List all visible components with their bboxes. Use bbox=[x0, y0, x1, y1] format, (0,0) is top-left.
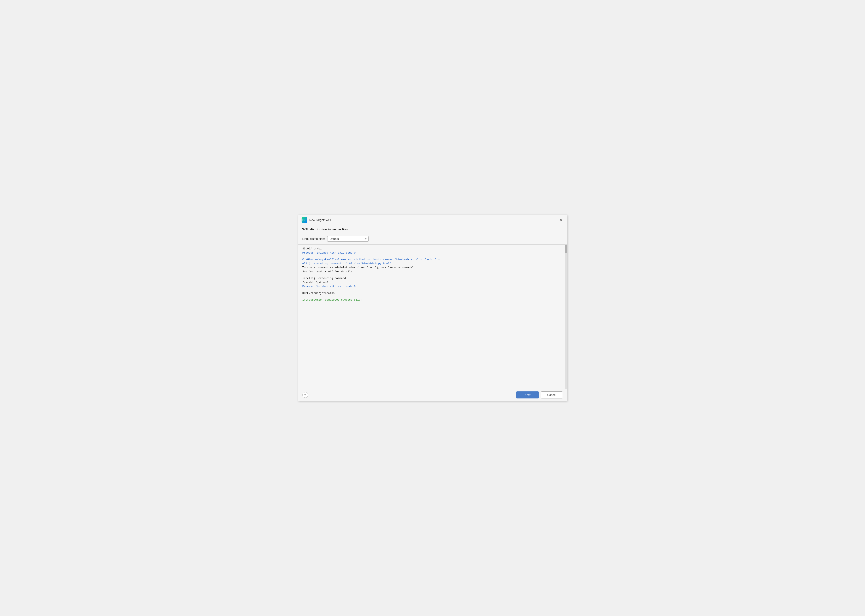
terminal-line: ellij: executing command...' && /usr/bin… bbox=[302, 262, 563, 266]
terminal-line bbox=[302, 273, 563, 277]
terminal-line: Process finished with exit code 0 bbox=[302, 284, 563, 289]
dialog-window: DS New Target: WSL ✕ WSL distribution in… bbox=[298, 215, 567, 401]
terminal-line: Process finished with exit code 0 bbox=[302, 251, 563, 255]
chevron-down-icon: ▼ bbox=[365, 238, 367, 240]
terminal-output: 45.99/jbr/binProcess finished with exit … bbox=[298, 245, 567, 389]
footer: ? Next Cancel bbox=[298, 389, 567, 401]
title-bar-left: DS New Target: WSL bbox=[301, 217, 332, 223]
linux-distribution-label: Linux distribution: bbox=[302, 237, 325, 240]
app-icon: DS bbox=[301, 217, 308, 223]
terminal-line: 45.99/jbr/bin bbox=[302, 247, 563, 251]
title-bar: DS New Target: WSL ✕ bbox=[298, 215, 567, 225]
app-icon-label: DS bbox=[302, 218, 306, 222]
next-button[interactable]: Next bbox=[516, 391, 539, 398]
scrollbar-thumb[interactable] bbox=[565, 245, 567, 253]
terminal-line bbox=[302, 295, 563, 298]
section-header: WSL distribution introspection bbox=[298, 225, 567, 233]
scrollbar-track[interactable] bbox=[565, 245, 567, 389]
terminal-line: Introspection completed successfully! bbox=[302, 298, 563, 302]
terminal-line: To run a command as administrator (user … bbox=[302, 266, 563, 270]
terminal-line: /usr/bin/python3 bbox=[302, 280, 563, 284]
terminal-line: See "man sudo_root" for details. bbox=[302, 270, 563, 274]
terminal-line: intellij: executing command... bbox=[302, 277, 563, 280]
terminal-line bbox=[302, 255, 563, 258]
terminal-line bbox=[302, 289, 563, 291]
terminal-line: C:\Windows\system32\wsl.exe --distributi… bbox=[302, 258, 563, 262]
dialog-title: New Target: WSL bbox=[309, 218, 332, 222]
cancel-button[interactable]: Cancel bbox=[541, 391, 563, 398]
dropdown-value: Ubuntu bbox=[330, 237, 339, 240]
close-button[interactable]: ✕ bbox=[558, 218, 564, 222]
footer-buttons: Next Cancel bbox=[516, 391, 563, 398]
terminal-line: HOME=/home/jetbrains bbox=[302, 291, 563, 295]
linux-distribution-dropdown[interactable]: Ubuntu ▼ bbox=[327, 236, 369, 242]
form-row: Linux distribution: Ubuntu ▼ bbox=[298, 233, 567, 245]
help-button[interactable]: ? bbox=[302, 392, 308, 398]
